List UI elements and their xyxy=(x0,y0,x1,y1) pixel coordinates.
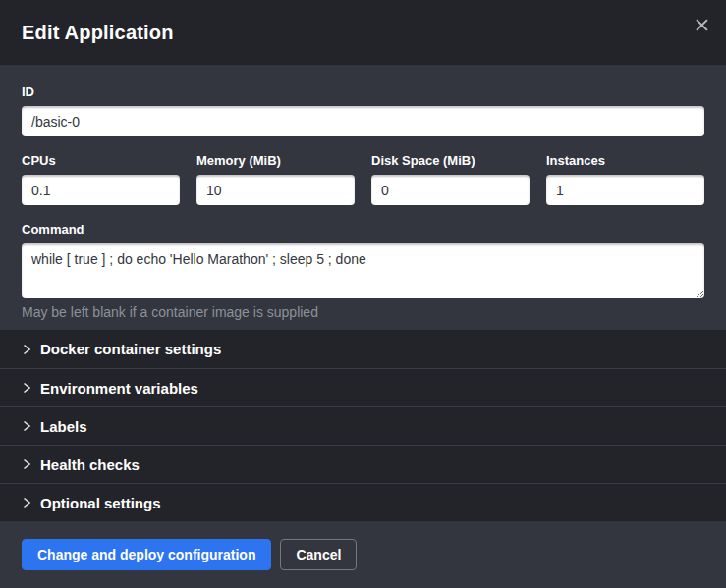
form-group-cpus: CPUs xyxy=(22,153,180,205)
memory-input[interactable] xyxy=(196,175,355,205)
modal-header: Edit Application xyxy=(0,0,726,65)
close-button[interactable] xyxy=(690,13,713,36)
form-group-instances: Instances xyxy=(546,153,704,205)
section-label: Environment variables xyxy=(40,380,198,397)
section-label: Health checks xyxy=(40,456,140,473)
modal-title: Edit Application xyxy=(22,22,174,44)
section-optional-settings[interactable]: Optional settings xyxy=(0,483,726,521)
chevron-right-icon xyxy=(22,382,31,394)
section-label: Docker container settings xyxy=(40,341,221,357)
instances-input[interactable] xyxy=(546,175,704,205)
chevron-right-icon xyxy=(22,344,31,355)
collapsible-sections: Docker container settings Environment va… xyxy=(0,330,726,521)
form-group-memory: Memory (MiB) xyxy=(196,153,355,205)
section-docker-container-settings[interactable]: Docker container settings xyxy=(0,330,726,368)
chevron-right-icon xyxy=(22,497,31,508)
resources-row: CPUs Memory (MiB) Disk Space (MiB) Insta… xyxy=(22,153,704,205)
memory-label: Memory (MiB) xyxy=(196,153,355,168)
modal-footer: Change and deploy configuration Cancel xyxy=(0,521,726,588)
id-input[interactable] xyxy=(22,106,704,136)
command-help-text: May be left blank if a container image i… xyxy=(22,304,704,320)
cpus-input[interactable] xyxy=(22,175,180,205)
form-group-disk: Disk Space (MiB) xyxy=(371,153,530,205)
chevron-right-icon xyxy=(22,420,31,432)
command-label: Command xyxy=(22,222,704,237)
edit-application-modal: Edit Application ID CPUs Memory (MiB) Di… xyxy=(0,0,726,588)
section-label: Labels xyxy=(40,418,87,435)
close-icon xyxy=(696,19,708,31)
form-group-id: ID xyxy=(22,84,704,136)
command-textarea[interactable]: while [ true ] ; do echo 'Hello Marathon… xyxy=(22,243,704,298)
chevron-right-icon xyxy=(22,458,31,470)
cpus-label: CPUs xyxy=(22,153,180,168)
section-health-checks[interactable]: Health checks xyxy=(0,445,726,483)
id-label: ID xyxy=(22,84,704,99)
form-group-command: Command while [ true ] ; do echo 'Hello … xyxy=(22,222,704,320)
change-and-deploy-button[interactable]: Change and deploy configuration xyxy=(22,539,271,570)
instances-label: Instances xyxy=(546,153,704,168)
section-labels[interactable]: Labels xyxy=(0,406,726,445)
section-environment-variables[interactable]: Environment variables xyxy=(0,368,726,406)
disk-input[interactable] xyxy=(371,175,530,205)
section-label: Optional settings xyxy=(40,495,161,511)
cancel-button[interactable]: Cancel xyxy=(280,539,357,570)
disk-label: Disk Space (MiB) xyxy=(371,153,530,168)
modal-body: ID CPUs Memory (MiB) Disk Space (MiB) In… xyxy=(0,65,726,330)
